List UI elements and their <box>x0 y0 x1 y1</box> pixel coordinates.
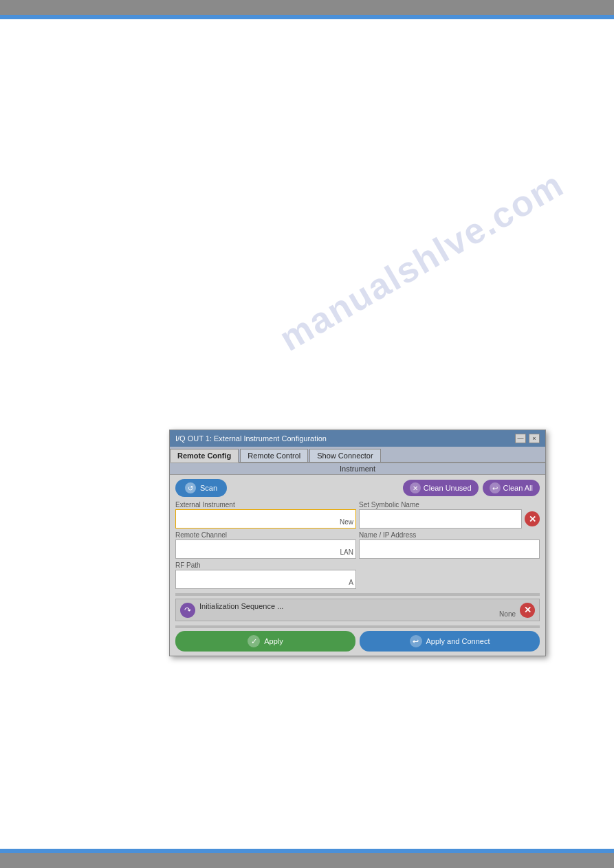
tab-bar: Remote Config Remote Control Show Connec… <box>170 447 545 463</box>
clean-unused-label: Clean Unused <box>424 484 472 492</box>
name-ip-input[interactable] <box>359 539 540 559</box>
action-row: ✓ Apply ↩ Apply and Connect <box>175 631 540 652</box>
set-symbolic-name-label: Set Symbolic Name <box>359 501 540 509</box>
set-symbolic-name-wrap: ✕ <box>359 509 540 528</box>
apply-connect-label: Apply and Connect <box>426 637 490 645</box>
section-instrument-header: Instrument <box>170 463 545 475</box>
top-bar-blue-accent <box>0 15 614 19</box>
external-instrument-label: External Instrument <box>175 501 356 509</box>
name-ip-wrap <box>359 539 540 559</box>
rf-path-right-empty <box>359 561 540 589</box>
clean-all-label: Clean All <box>503 484 533 492</box>
scan-label: Scan <box>200 484 217 492</box>
init-label: Initialization Sequence ... <box>199 602 516 610</box>
init-row: ↷ Initialization Sequence ... None ✕ <box>175 599 540 621</box>
apply-connect-button[interactable]: ↩ Apply and Connect <box>360 631 540 652</box>
remote-channel-suffix: LAN <box>340 548 353 556</box>
dialog-content: ↺ Scan ✕ Clean Unused ↩ Clean All Extern… <box>170 475 545 656</box>
minimize-button[interactable]: — <box>515 434 526 443</box>
remote-channel-group: Remote Channel LAN <box>175 531 356 559</box>
external-instrument-group: External Instrument New <box>175 501 356 528</box>
dialog-titlebar: I/Q OUT 1: External Instrument Configura… <box>170 430 545 447</box>
clean-unused-button[interactable]: ✕ Clean Unused <box>403 480 479 496</box>
dialog-title: I/Q OUT 1: External Instrument Configura… <box>175 434 327 443</box>
apply-icon: ✓ <box>248 635 260 647</box>
clean-unused-icon: ✕ <box>410 482 421 493</box>
name-ip-group: Name / IP Address <box>359 531 540 559</box>
rf-path-suffix: A <box>349 579 353 586</box>
fields-area: External Instrument New Set Symbolic Nam… <box>175 501 540 589</box>
set-symbolic-name-group: Set Symbolic Name ✕ <box>359 501 540 528</box>
tab-remote-control[interactable]: Remote Control <box>240 449 308 462</box>
init-text-wrap: Initialization Sequence ... None <box>199 602 516 618</box>
apply-connect-icon: ↩ <box>410 635 422 647</box>
scan-button[interactable]: ↺ Scan <box>175 479 227 497</box>
init-value: None <box>499 610 516 618</box>
clean-all-button[interactable]: ↩ Clean All <box>483 480 540 496</box>
scan-icon: ↺ <box>185 482 196 493</box>
clean-all-icon: ↩ <box>490 482 501 493</box>
tab-remote-config[interactable]: Remote Config <box>170 449 239 463</box>
scan-btn-wrap: ↺ Scan <box>175 479 399 497</box>
divider2 <box>175 625 540 628</box>
dialog-window: I/Q OUT 1: External Instrument Configura… <box>169 430 546 656</box>
bottom-bar-blue-accent <box>0 849 614 853</box>
close-button[interactable]: × <box>529 434 540 443</box>
watermark: manualshlve.com <box>272 163 571 359</box>
rf-path-input[interactable] <box>175 570 356 589</box>
init-icon: ↷ <box>180 603 195 618</box>
rf-path-wrap: A <box>175 570 356 589</box>
clear-symbolic-name-button[interactable]: ✕ <box>525 511 540 526</box>
divider <box>175 593 540 596</box>
apply-label: Apply <box>264 637 283 645</box>
external-instrument-suffix: New <box>340 518 353 526</box>
set-symbolic-name-input[interactable] <box>359 509 522 528</box>
clear-init-button[interactable]: ✕ <box>520 603 535 618</box>
rf-path-label: RF Path <box>175 561 356 569</box>
titlebar-controls: — × <box>515 434 540 443</box>
remote-channel-wrap: LAN <box>175 539 356 559</box>
name-ip-label: Name / IP Address <box>359 531 540 539</box>
external-instrument-input[interactable] <box>175 509 356 528</box>
external-instrument-input-wrap: New <box>175 509 356 528</box>
remote-channel-label: Remote Channel <box>175 531 356 539</box>
tab-show-connector[interactable]: Show Connector <box>309 449 380 462</box>
remote-channel-input[interactable] <box>175 539 356 559</box>
instrument-row: ↺ Scan ✕ Clean Unused ↩ Clean All <box>175 479 540 497</box>
rf-path-group: RF Path A <box>175 561 356 589</box>
apply-button[interactable]: ✓ Apply <box>175 631 355 652</box>
